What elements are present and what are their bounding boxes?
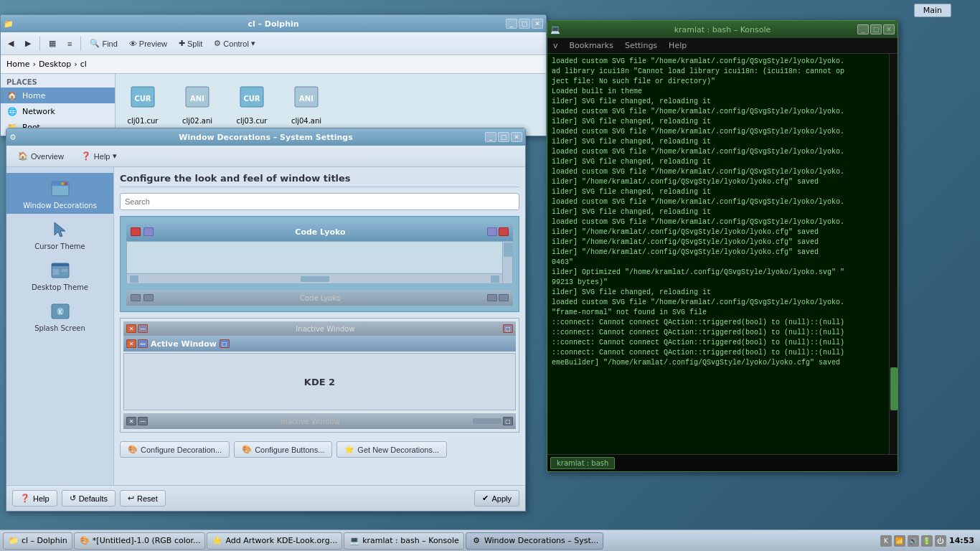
preview-scrollbar[interactable] [502,242,512,283]
preview-close-btn [131,227,141,236]
cursor-theme-icon [49,218,72,241]
dolphin-maximize-btn[interactable]: □ [519,19,530,29]
dolphin-preview-btn[interactable]: 👁 Preview [125,37,171,50]
help-bottom-icon: ❓ [20,494,30,503]
dolphin-toolbar: ◀ ▶ ▦ ≡ 🔍 Find 👁 Preview ✚ Split ⚙ Contr… [1,32,546,55]
file-item-1[interactable]: ANI clj02.ani [176,80,219,130]
configure-decoration-btn[interactable]: 🎨 Configure Decoration... [120,441,230,458]
konsole-menu-settings[interactable]: Settings [622,39,660,52]
konsole-line: ::connect: Cannot connect QAction::trigg… [552,318,893,328]
configure-buttons-btn[interactable]: 🎨 Configure Buttons... [234,441,332,458]
settings-window: ⚙ Window Decorations – System Settings _… [6,128,526,512]
nav-item-window-decorations[interactable]: Window Decorations [6,173,113,214]
dolphin-find-btn[interactable]: 🔍 Find [85,37,121,50]
system-tray: K 📶 🔊 🔋 ⏻ [880,535,946,547]
preview-scrollbar-thumb[interactable] [504,242,512,257]
place-item-home[interactable]: 🏠 Home [1,88,115,103]
settings-maximize-btn[interactable]: □ [498,132,509,142]
konsole-titlebar: 💻 kramlat : bash – Konsole _ □ ✕ [547,21,897,38]
taskbar-item-3[interactable]: 💻 kramlat : bash – Konsole [344,532,464,550]
konsole-line: ilder] "/home/kramlat/.config/QSvgStyle/… [552,237,893,248]
konsole-line: ilder] SVG file changed, reloading it [552,137,893,147]
nav-item-desktop-theme[interactable]: Desktop Theme [6,255,113,296]
konsole-tab[interactable]: kramlat : bash [550,457,615,469]
konsole-line: ilder] "/home/kramlat/.config/QSvgStyle/… [552,248,893,258]
dolphin-close-btn[interactable]: ✕ [532,19,543,29]
settings-titlebar: ⚙ Window Decorations – System Settings _… [6,128,525,146]
konsole-tab-bar: kramlat : bash [547,454,897,471]
settings-minimize-btn[interactable]: _ [485,132,496,142]
taskbar-icon-4: ⚙ [471,535,482,547]
file-item-3[interactable]: ANI clj04.ani [285,80,328,130]
konsole-line: ilder] SVG file changed, reloading it [552,288,893,298]
location-desktop[interactable]: Desktop [39,60,71,69]
settings-reset-btn[interactable]: ↩ Reset [120,490,166,507]
dolphin-forward-btn[interactable]: ▶ [21,37,35,50]
kde2-inactive-btn-2: — [138,417,148,425]
get-new-decorations-btn[interactable]: ⭐ Get New Decorations... [336,441,447,458]
konsole-content: loaded custom SVG file "/home/kramlat/.c… [547,54,897,454]
taskbar-clock: 14:53 [949,536,974,545]
konsole-scrollbar-thumb[interactable] [890,367,897,410]
dolphin-minimize-btn[interactable]: _ [506,19,517,29]
kde2-inactive-bottom-bar: ✕ — Inactive Window □ [123,413,516,429]
svg-text:CUR: CUR [243,95,260,103]
preview-inactive-shade-btn [143,294,154,301]
dolphin-content: Places 🏠 Home 🌐 Network 📁 Root 🗑 Trash [1,74,546,136]
nav-item-cursor-theme[interactable]: Cursor Theme [6,214,113,255]
reset-icon: ↩ [128,494,134,503]
location-home[interactable]: Home [6,60,29,69]
dolphin-control-btn[interactable]: ⚙ Control ▾ [209,37,259,50]
nav-cursor-theme-label: Cursor Theme [34,242,85,250]
dolphin-location-bar[interactable]: Home › Desktop › cl [1,55,546,74]
taskbar-icon-1: 🎨 [79,535,90,547]
desktop-theme-icon [49,259,72,282]
settings-apply-btn[interactable]: ✔ Apply [474,490,519,507]
konsole-line: ilder] SVG file changed, reloading it [552,117,893,127]
settings-help-bottom-btn[interactable]: ❓ Help [12,490,57,507]
konsole-line: ilder] Optimized "/home/kramlat/.config/… [552,268,893,278]
taskbar-item-0[interactable]: 📁 cl – Dolphin [3,532,72,550]
active-shade-btn-kde2: — [138,339,148,348]
kde2-decoration-section[interactable]: ✕ — Inactive Window □ ✕ [120,318,519,433]
taskbar-item-4[interactable]: ⚙ Window Decorations – Syst... [466,532,603,550]
konsole-minimize-btn[interactable]: _ [857,24,869,34]
taskbar-item-2[interactable]: ⭐ Add Artwork KDE-Look.org... [207,532,342,550]
svg-point-10 [65,182,67,185]
dolphin-split-btn[interactable]: ✚ Split [174,37,207,50]
konsole-menu-v[interactable]: v [550,39,561,52]
nav-item-splash-screen[interactable]: K Splash Screen [6,296,113,336]
konsole-maximize-btn[interactable]: □ [870,24,882,34]
konsole-menu-bookmarks[interactable]: Bookmarks [567,39,616,52]
konsole-line: loaded custom SVG file "/home/kramlat/.c… [552,197,893,207]
settings-close-btn[interactable]: ✕ [511,132,522,142]
configure-decoration-icon: 🎨 [128,445,138,454]
dolphin-window-title: cl – Dolphin [61,19,486,29]
dolphin-view-list-btn[interactable]: ≡ [63,37,76,50]
place-item-network[interactable]: 🌐 Network [1,103,115,119]
konsole-scrollbar[interactable] [889,54,897,454]
place-home-label: Home [22,91,45,100]
dolphin-view-icons-btn[interactable]: ▦ [44,37,60,50]
file-item-0[interactable]: CUR clj01.cur [121,80,164,130]
file-item-2[interactable]: CUR clj03.cur [230,80,273,130]
taskbar-item-1[interactable]: 🎨 *[Untitled]-1.0 (RGB color... [74,532,206,550]
settings-help-btn[interactable]: ❓ Help ▾ [75,150,123,162]
dolphin-back-btn[interactable]: ◀ [4,37,18,50]
file-icon-0: CUR [126,80,160,114]
nav-desktop-theme-label: Desktop Theme [32,283,88,291]
settings-overview-btn[interactable]: 🏠 Overview [12,150,70,162]
konsole-close-btn[interactable]: ✕ [883,24,895,34]
konsole-line: ilder] SVG file changed, reloading it [552,207,893,217]
settings-defaults-btn[interactable]: ↺ Defaults [62,490,116,507]
konsole-line: loaded custom SVG file "/home/kramlat/.c… [552,127,893,137]
settings-toolbar: 🏠 Overview ❓ Help ▾ [6,146,525,167]
inactive-shade-btn: — [138,324,148,333]
preview-style-1[interactable]: Code Lyoko [126,222,513,284]
settings-main: Configure the look and feel of window ti… [114,167,525,485]
decoration-search-input[interactable] [120,193,519,210]
file-icon-1: ANI [180,80,215,114]
help-chevron-icon: ▾ [113,151,117,161]
inactive-preview-titlebar: ✕ — Inactive Window □ [123,321,516,336]
konsole-menu-help[interactable]: Help [666,39,689,52]
